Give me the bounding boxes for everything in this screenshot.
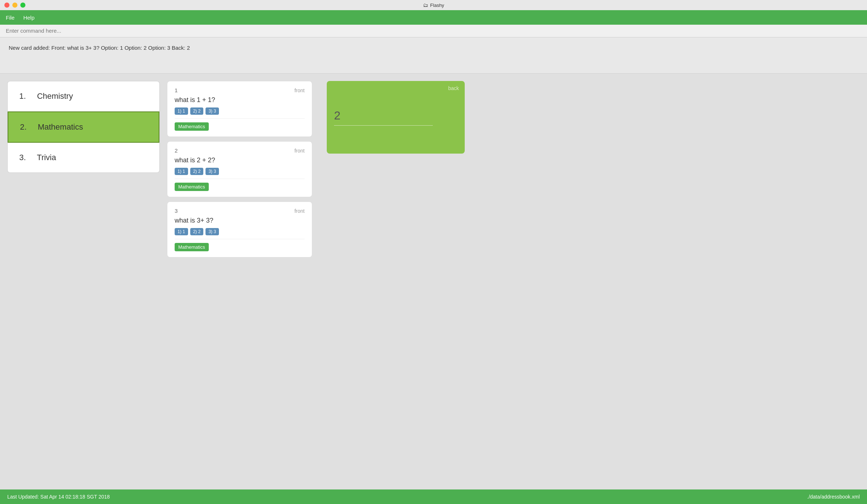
- card-3-option-2: 2) 2: [190, 228, 204, 235]
- card-3-side: front: [294, 208, 305, 214]
- card-3-divider: [175, 239, 305, 239]
- app-icon: 🗂: [423, 2, 428, 8]
- card-2-question: what is 2 + 2?: [175, 157, 305, 164]
- status-bar-right: ./data/addressbook.xml: [807, 494, 860, 500]
- card-1-tag: Mathematics: [175, 122, 209, 131]
- card-1-option-1: 1) 1: [175, 107, 188, 115]
- deck-list: 1. Chemistry 2. Mathematics 3. Trivia: [7, 81, 160, 173]
- command-bar: [0, 25, 867, 37]
- preview-back-label: back: [448, 85, 459, 91]
- card-2-header: 2 front: [175, 147, 305, 154]
- card-1-question: what is 1 + 1?: [175, 96, 305, 104]
- traffic-lights: [4, 3, 25, 8]
- app-title: 🗂 Flashy: [423, 2, 444, 8]
- preview-card-divider: [334, 125, 433, 126]
- card-2-option-3: 3) 3: [205, 168, 219, 175]
- card-3-header: 3 front: [175, 208, 305, 214]
- card-2-options: 1) 1 2) 2 3) 3: [175, 168, 305, 175]
- maximize-button[interactable]: [20, 3, 25, 8]
- menu-bar: File Help: [0, 10, 867, 25]
- card-3-question: what is 3+ 3?: [175, 217, 305, 224]
- card-3-options: 1) 1 2) 2 3) 3: [175, 228, 305, 235]
- close-button[interactable]: [4, 3, 9, 8]
- card-1-side: front: [294, 88, 305, 93]
- deck-item-trivia[interactable]: 3. Trivia: [8, 143, 159, 172]
- deck-number: 1.: [19, 92, 26, 101]
- status-bar-left: Last Updated: Sat Apr 14 02:18:18 SGT 20…: [7, 494, 110, 500]
- card-3-tag: Mathematics: [175, 243, 209, 251]
- card-3-number: 3: [175, 208, 178, 214]
- deck-name: Chemistry: [37, 92, 73, 101]
- preview-card-value: 2: [334, 109, 457, 122]
- menu-file[interactable]: File: [6, 15, 15, 21]
- card-3-option-1: 1) 1: [175, 228, 188, 235]
- preview-panel: back 2: [319, 81, 860, 482]
- card-1-option-3: 3) 3: [205, 107, 219, 115]
- card-2-number: 2: [175, 147, 178, 154]
- card-3[interactable]: 3 front what is 3+ 3? 1) 1 2) 2 3) 3 Mat…: [167, 202, 312, 257]
- card-1-option-2: 2) 2: [190, 107, 204, 115]
- deck-item-chemistry[interactable]: 1. Chemistry: [8, 81, 159, 111]
- card-1-divider: [175, 118, 305, 119]
- status-area: New card added: Front: what is 3+ 3? Opt…: [0, 37, 867, 74]
- card-2-divider: [175, 179, 305, 179]
- minimize-button[interactable]: [12, 3, 17, 8]
- title-bar: 🗂 Flashy: [0, 0, 867, 10]
- card-1-number: 1: [175, 87, 178, 93]
- card-2[interactable]: 2 front what is 2 + 2? 1) 1 2) 2 3) 3 Ma…: [167, 141, 312, 197]
- cards-panel: 1 front what is 1 + 1? 1) 1 2) 2 3) 3 Ma…: [167, 81, 312, 482]
- menu-help[interactable]: Help: [23, 15, 34, 21]
- card-3-option-3: 3) 3: [205, 228, 219, 235]
- deck-number: 3.: [19, 153, 26, 162]
- card-2-option-2: 2) 2: [190, 168, 204, 175]
- deck-name: Mathematics: [38, 122, 83, 131]
- card-2-side: front: [294, 148, 305, 154]
- deck-item-mathematics[interactable]: 2. Mathematics: [8, 111, 159, 143]
- status-bar: Last Updated: Sat Apr 14 02:18:18 SGT 20…: [0, 489, 867, 504]
- card-1-header: 1 front: [175, 87, 305, 93]
- card-2-option-1: 1) 1: [175, 168, 188, 175]
- deck-name: Trivia: [37, 153, 56, 162]
- command-input[interactable]: [6, 28, 861, 34]
- status-message: New card added: Front: what is 3+ 3? Opt…: [9, 45, 190, 51]
- card-1-options: 1) 1 2) 2 3) 3: [175, 107, 305, 115]
- card-2-tag: Mathematics: [175, 183, 209, 191]
- preview-card[interactable]: back 2: [327, 81, 465, 154]
- main-content: 1. Chemistry 2. Mathematics 3. Trivia 1 …: [0, 74, 867, 489]
- deck-number: 2.: [20, 122, 27, 131]
- card-1[interactable]: 1 front what is 1 + 1? 1) 1 2) 2 3) 3 Ma…: [167, 81, 312, 137]
